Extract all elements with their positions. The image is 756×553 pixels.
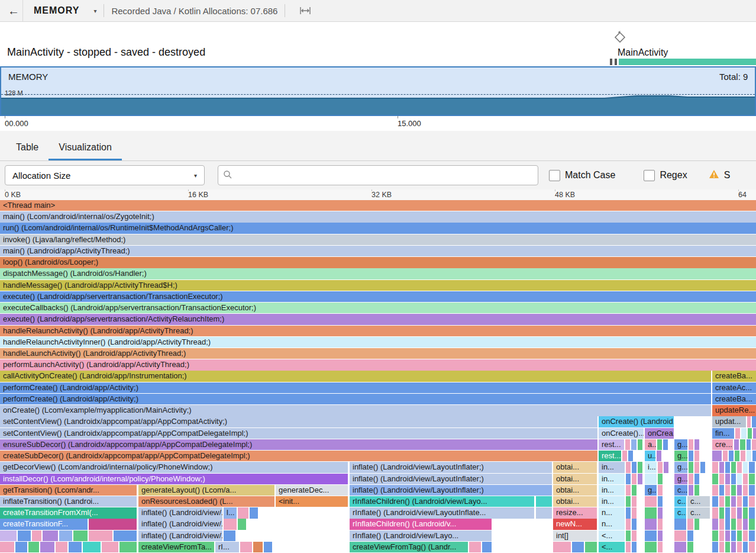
- flame-segment[interactable]: [743, 531, 748, 541]
- flame-segment[interactable]: [645, 496, 657, 507]
- flame-segment[interactable]: [632, 485, 637, 496]
- flame-segment[interactable]: handleRelaunchActivity() (Landroid/app/A…: [0, 326, 756, 336]
- flame-segment[interactable]: [687, 519, 693, 529]
- flame-segment[interactable]: [632, 496, 637, 507]
- flame-segment[interactable]: onResourcesLoaded() (L...: [138, 496, 274, 507]
- flame-segment[interactable]: [735, 451, 739, 461]
- flame-segment[interactable]: [743, 507, 748, 518]
- flame-segment[interactable]: [719, 542, 724, 552]
- flame-segment[interactable]: [748, 428, 752, 439]
- flame-segment[interactable]: inflate() (Landroid/view/LayoutInflater;…: [350, 485, 552, 496]
- flame-segment[interactable]: [572, 542, 584, 552]
- flame-segment[interactable]: [725, 474, 730, 484]
- flame-segment[interactable]: [737, 519, 742, 529]
- flame-segment[interactable]: [725, 542, 730, 552]
- flame-segment[interactable]: [674, 542, 686, 552]
- flame-segment[interactable]: [741, 451, 745, 461]
- flame-segment[interactable]: [731, 542, 736, 552]
- flame-segment[interactable]: [747, 416, 751, 427]
- flame-segment[interactable]: [743, 519, 748, 529]
- flame-segment[interactable]: callActivityOnCreate() (Landroid/app/Ins…: [0, 371, 711, 381]
- flame-segment[interactable]: rInflateChildren() (Landroid/v...: [350, 519, 492, 529]
- memory-timeline-panel[interactable]: MEMORY Total: 9 128 M: [0, 66, 756, 116]
- flame-segment[interactable]: [752, 451, 756, 461]
- flame-segment[interactable]: [725, 462, 730, 472]
- flame-segment[interactable]: [731, 496, 736, 507]
- flame-segment[interactable]: [626, 531, 631, 541]
- flame-segment[interactable]: dispatchMessage() (Landroid/os/Handler;): [0, 268, 756, 279]
- flame-segment[interactable]: [749, 474, 755, 484]
- flame-segment[interactable]: setContentView() (Landroidx/appcompat/ap…: [0, 416, 597, 427]
- flame-segment[interactable]: rest...: [599, 439, 624, 450]
- flame-segment[interactable]: onCreate()...: [599, 428, 644, 439]
- flame-segment[interactable]: getTransition() (Lcom/andr...: [0, 485, 137, 496]
- flame-segment[interactable]: createTransitionFromXml(...: [0, 507, 137, 518]
- flame-segment[interactable]: [626, 485, 631, 496]
- regex-checkbox[interactable]: [644, 170, 655, 181]
- flame-segment[interactable]: ensureSubDecor() (Landroidx/appcompat/ap…: [0, 439, 597, 450]
- flame-segment[interactable]: <init...: [276, 496, 348, 507]
- flame-segment[interactable]: c...: [674, 485, 687, 496]
- flame-segment[interactable]: getDecorView() (Lcom/android/internal/po…: [0, 462, 348, 472]
- flame-segment[interactable]: [69, 542, 82, 552]
- flame-segment[interactable]: int[]: [553, 531, 597, 541]
- flame-segment[interactable]: [743, 485, 748, 496]
- flame-segment[interactable]: [737, 474, 742, 484]
- flame-segment[interactable]: [626, 496, 631, 507]
- flame-segment[interactable]: [731, 531, 736, 541]
- flame-segment[interactable]: [238, 507, 248, 518]
- flame-segment[interactable]: [737, 507, 742, 518]
- flame-segment[interactable]: [28, 542, 39, 552]
- flame-segment[interactable]: <...: [599, 531, 625, 541]
- flame-segment[interactable]: [712, 542, 718, 552]
- match-case-checkbox[interactable]: [549, 170, 560, 181]
- flame-segment[interactable]: [638, 439, 642, 450]
- flame-segment[interactable]: g...: [674, 451, 687, 461]
- flame-segment[interactable]: [731, 507, 736, 518]
- flame-segment[interactable]: newN...: [553, 519, 597, 529]
- flame-segment[interactable]: main() (Lcom/android/internal/os/ZygoteI…: [0, 211, 756, 222]
- flame-segment[interactable]: performCreate() (Landroid/app/Activity;): [0, 382, 711, 393]
- flame-segment[interactable]: [482, 542, 492, 552]
- flame-segment[interactable]: [622, 451, 627, 461]
- search-box[interactable]: [218, 165, 538, 185]
- flame-segment[interactable]: [585, 542, 597, 552]
- flame-segment[interactable]: [238, 519, 246, 529]
- flame-segment[interactable]: in...: [599, 462, 625, 472]
- flame-segment[interactable]: [658, 496, 663, 507]
- flame-segment[interactable]: [657, 439, 662, 450]
- flame-segment[interactable]: [15, 542, 27, 552]
- flame-chart[interactable]: <Thread main>main() (Lcom/android/intern…: [0, 200, 756, 553]
- flame-segment[interactable]: [626, 507, 631, 518]
- flame-segment[interactable]: [725, 496, 730, 507]
- flame-segment[interactable]: [719, 496, 724, 507]
- flame-segment[interactable]: g...: [674, 439, 687, 450]
- flame-segment[interactable]: [749, 531, 755, 541]
- flame-segment[interactable]: [737, 542, 742, 552]
- flame-segment[interactable]: onCrea...: [645, 428, 674, 439]
- flame-segment[interactable]: inflateTransition() (Landroi...: [0, 496, 137, 507]
- flame-segment[interactable]: handleRelaunchActivityInner() (Landroid/…: [0, 337, 756, 348]
- flame-segment[interactable]: c...: [687, 507, 710, 518]
- flame-segment[interactable]: fin...: [712, 428, 734, 439]
- flame-segment[interactable]: [712, 485, 718, 496]
- flame-segment[interactable]: g...: [645, 485, 657, 496]
- tab-visualization[interactable]: Visualization: [49, 135, 122, 160]
- flame-segment[interactable]: [536, 496, 552, 507]
- flame-segment[interactable]: [469, 542, 481, 552]
- flame-segment[interactable]: execute() (Landroid/app/servertransactio…: [0, 314, 756, 324]
- flame-segment[interactable]: inflate() (Landroid/view/LayoutInflater;…: [350, 474, 552, 484]
- flame-segment[interactable]: run() (Lcom/android/internal/os/RuntimeI…: [0, 223, 756, 233]
- flame-segment[interactable]: [735, 428, 740, 439]
- flame-segment[interactable]: [56, 542, 67, 552]
- flame-segment[interactable]: generateDec...: [276, 485, 348, 496]
- flame-segment[interactable]: [0, 542, 14, 552]
- flame-segment[interactable]: [658, 531, 663, 541]
- flame-segment[interactable]: [719, 531, 724, 541]
- flame-segment[interactable]: [712, 462, 718, 472]
- flame-segment[interactable]: [752, 439, 756, 450]
- flame-segment[interactable]: rInflateChildren() (Landroid/view/Layo..…: [350, 496, 534, 507]
- flame-segment[interactable]: [625, 439, 630, 450]
- flame-segment[interactable]: [719, 462, 724, 472]
- flame-segment[interactable]: [712, 451, 722, 461]
